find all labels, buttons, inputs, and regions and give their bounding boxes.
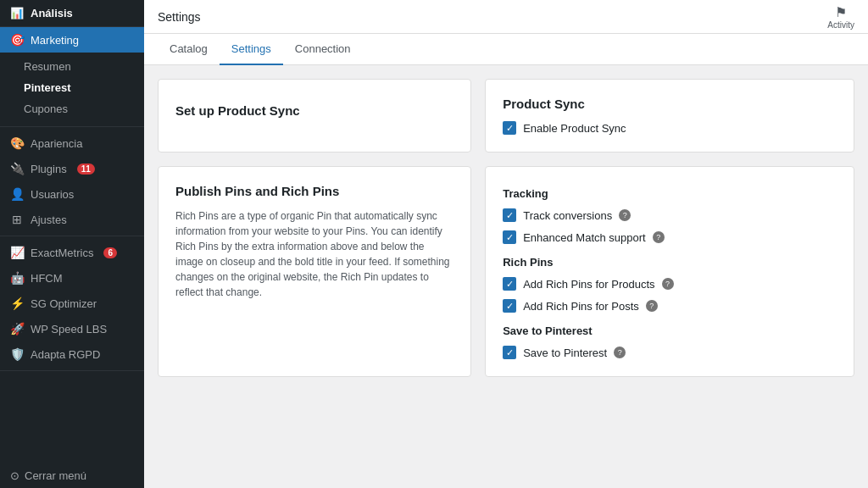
check-icon: ✓ [506, 233, 514, 242]
tab-catalog[interactable]: Catalog [158, 34, 220, 65]
add-rich-pins-posts-row: ✓ Add Rich Pins for Posts ? [503, 299, 837, 313]
enable-product-sync-row: ✓ Enable Product Sync [503, 121, 837, 135]
tracking-heading: Tracking [503, 187, 837, 200]
plugins-badge: 11 [77, 164, 95, 175]
close-menu-button[interactable]: ⊙ Cerrar menú [0, 463, 144, 488]
sidebar-logo[interactable]: 📊 Análisis [0, 0, 144, 27]
rich-pins-right: Tracking ✓ Track conversions ? ✓ Enhance… [485, 166, 854, 377]
check-icon: ✓ [506, 280, 514, 289]
track-conversions-help-icon[interactable]: ? [619, 209, 631, 221]
sidebar-item-hfcm-label: HFCM [31, 272, 63, 285]
rich-pins-row: Publish Pins and Rich Pins Rich Pins are… [158, 166, 854, 377]
track-conversions-label: Track conversions [523, 209, 612, 222]
plugins-icon: 🔌 [10, 162, 24, 175]
enable-product-sync-label: Enable Product Sync [523, 122, 626, 135]
sidebar-item-plugins-label: Plugins [31, 163, 67, 175]
tracking-section: Tracking ✓ Track conversions ? ✓ Enhance… [503, 187, 837, 244]
sidebar-item-ajustes-label: Ajustes [31, 214, 67, 226]
sidebar-item-apariencia-label: Apariencia [31, 137, 82, 150]
product-sync-row: Set up Product Sync Product Sync ✓ Enabl… [158, 79, 854, 152]
sidebar-item-adapta-rgpd[interactable]: 🛡️ Adapta RGPD [0, 341, 144, 367]
enhanced-match-label: Enhanced Match support [523, 231, 646, 244]
check-icon: ✓ [506, 348, 514, 358]
main-content: Settings ⚑ Activity Catalog Settings Con… [144, 0, 868, 488]
enable-product-sync-checkbox[interactable]: ✓ [503, 121, 516, 135]
rich-pins-left: Publish Pins and Rich Pins Rich Pins are… [158, 166, 471, 377]
sidebar-item-wp-speed[interactable]: 🚀 WP Speed LBS [0, 316, 144, 341]
rich-pins-heading: Rich Pins [503, 256, 837, 269]
sidebar-item-exactmetrics-label: ExactMetrics [31, 247, 93, 259]
sidebar-item-marketing[interactable]: 🎯 Marketing [0, 27, 144, 53]
content-area: Set up Product Sync Product Sync ✓ Enabl… [144, 65, 868, 488]
settings-tabs: Catalog Settings Connection [144, 34, 868, 65]
exactmetrics-badge: 6 [103, 247, 117, 258]
enhanced-match-help-icon[interactable]: ? [653, 231, 665, 243]
rich-pins-desc: Rich Pins are a type of organic Pin that… [175, 208, 453, 300]
close-icon: ⊙ [10, 469, 19, 482]
adapta-rgpd-icon: 🛡️ [10, 347, 24, 361]
rich-pins-left-title: Publish Pins and Rich Pins [175, 184, 453, 198]
marketing-icon: 🎯 [10, 33, 24, 47]
sidebar-sub-cupones[interactable]: Cupones [0, 98, 144, 119]
tab-connection[interactable]: Connection [283, 34, 363, 65]
sidebar: 📊 Análisis 🎯 Marketing Resumen Pinterest… [0, 0, 144, 488]
add-rich-pins-products-help-icon[interactable]: ? [662, 278, 674, 290]
sidebar-divider-1 [0, 126, 144, 127]
sidebar-item-usuarios[interactable]: 👤 Usuarios [0, 181, 144, 207]
add-rich-pins-products-label: Add Rich Pins for Products [523, 278, 654, 291]
product-sync-left: Set up Product Sync [158, 79, 471, 152]
add-rich-pins-products-row: ✓ Add Rich Pins for Products ? [503, 277, 837, 291]
track-conversions-row: ✓ Track conversions ? [503, 208, 837, 222]
sidebar-item-apariencia[interactable]: 🎨 Apariencia [0, 130, 144, 156]
chart-icon: 📊 [10, 7, 24, 19]
track-conversions-checkbox[interactable]: ✓ [503, 208, 516, 222]
product-sync-title: Set up Product Sync [175, 103, 300, 118]
sidebar-sub-marketing: Resumen Pinterest Cupones [0, 53, 144, 123]
sidebar-divider-2 [0, 236, 144, 236]
sidebar-item-hfcm[interactable]: 🤖 HFCM [0, 265, 144, 291]
save-to-pinterest-section: Save to Pinterest ✓ Save to Pinterest ? [503, 324, 837, 359]
close-menu-label: Cerrar menú [25, 469, 86, 482]
sidebar-item-sg-optimizer[interactable]: ⚡ SG Optimizer [0, 291, 144, 316]
product-sync-right: Product Sync ✓ Enable Product Sync [485, 79, 854, 152]
sidebar-item-sg-optimizer-label: SG Optimizer [31, 297, 97, 310]
hfcm-icon: 🤖 [10, 271, 24, 285]
ajustes-icon: ⊞ [10, 213, 24, 226]
sg-optimizer-icon: ⚡ [10, 297, 24, 310]
activity-button[interactable]: ⚑ Activity [827, 4, 854, 30]
activity-label: Activity [827, 20, 854, 30]
add-rich-pins-posts-help-icon[interactable]: ? [646, 300, 658, 312]
page-title: Settings [158, 10, 201, 24]
enhanced-match-checkbox[interactable]: ✓ [503, 230, 516, 244]
add-rich-pins-products-checkbox[interactable]: ✓ [503, 277, 516, 291]
save-to-pinterest-help-icon[interactable]: ? [614, 347, 626, 358]
sidebar-divider-3 [0, 370, 144, 371]
sidebar-item-marketing-label: Marketing [31, 34, 79, 47]
usuarios-icon: 👤 [10, 187, 24, 201]
sidebar-item-adapta-rgpd-label: Adapta RGPD [31, 348, 100, 361]
check-icon: ✓ [506, 302, 514, 311]
add-rich-pins-posts-label: Add Rich Pins for Posts [523, 300, 639, 313]
save-to-pinterest-heading: Save to Pinterest [503, 324, 837, 337]
add-rich-pins-posts-checkbox[interactable]: ✓ [503, 299, 516, 313]
flag-icon: ⚑ [835, 4, 847, 20]
sidebar-logo-label: Análisis [31, 7, 73, 19]
sidebar-sub-pinterest[interactable]: Pinterest [0, 77, 144, 98]
product-sync-right-title: Product Sync [503, 97, 837, 111]
apariencia-icon: 🎨 [10, 136, 24, 150]
sidebar-item-exactmetrics[interactable]: 📈 ExactMetrics 6 [0, 240, 144, 265]
check-icon: ✓ [506, 211, 514, 220]
sidebar-item-plugins[interactable]: 🔌 Plugins 11 [0, 156, 144, 181]
sidebar-sub-resumen[interactable]: Resumen [0, 56, 144, 77]
save-to-pinterest-row: ✓ Save to Pinterest ? [503, 346, 837, 359]
enhanced-match-row: ✓ Enhanced Match support ? [503, 230, 837, 244]
tab-settings[interactable]: Settings [220, 34, 283, 65]
sidebar-item-wp-speed-label: WP Speed LBS [31, 323, 107, 336]
save-to-pinterest-checkbox[interactable]: ✓ [503, 346, 516, 359]
topbar: Settings ⚑ Activity [144, 0, 868, 34]
sidebar-item-usuarios-label: Usuarios [31, 188, 74, 201]
exactmetrics-icon: 📈 [10, 246, 24, 259]
save-to-pinterest-label: Save to Pinterest [523, 347, 607, 359]
wp-speed-icon: 🚀 [10, 322, 24, 336]
sidebar-item-ajustes[interactable]: ⊞ Ajustes [0, 207, 144, 232]
